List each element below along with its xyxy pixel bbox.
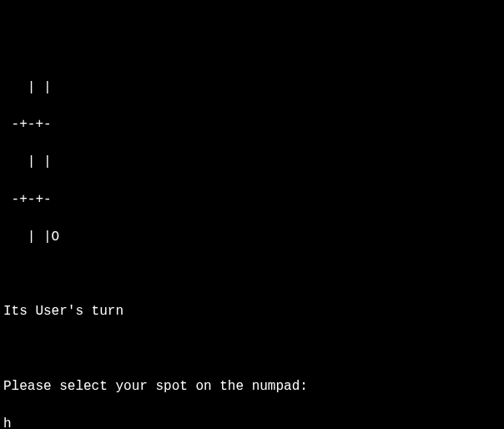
spot-prompt-1: Please select your spot on the numpad: [3, 377, 501, 396]
board-row-2: | | [3, 153, 501, 171]
turn-message: Its User's turn [3, 302, 501, 320]
board-separator-2: -+-+- [3, 190, 501, 209]
blank-line [3, 340, 501, 358]
board-separator-1: -+-+- [3, 115, 501, 134]
blank-line [3, 265, 501, 283]
user-input-1[interactable]: h [3, 415, 501, 429]
board-row-3: | |O [3, 228, 501, 246]
board-row-1: | | [3, 78, 501, 97]
